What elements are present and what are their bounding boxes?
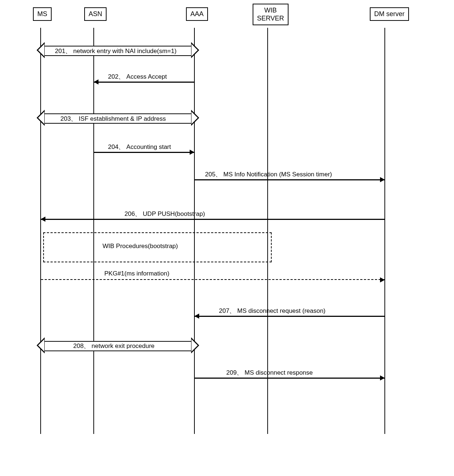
- msg-207-label: 207、 MS disconnect request (reason): [219, 307, 325, 315]
- lifeline-ms: [40, 28, 41, 434]
- msg-206-udp-push: [41, 219, 384, 220]
- sequence-diagram: MS ASN AAA WIBSERVER DM server 201、 netw…: [26, 7, 428, 439]
- lifeline-dm: [384, 28, 385, 434]
- msg-pkg1: [41, 279, 384, 280]
- lifeline-aaa: [194, 28, 195, 434]
- msg-209-label: 209、 MS disconnect response: [226, 368, 313, 377]
- msg-208-label: 208、 network exit procedure: [73, 342, 155, 350]
- msg-204-accounting-start: [94, 152, 194, 153]
- msg-203-label: 203、 ISF establishment & IP address: [60, 115, 166, 123]
- msg-206-label: 206、 UDP PUSH(bootstrap): [124, 210, 205, 218]
- msg-205-info-notification: [195, 179, 384, 180]
- actor-dm-server: DM server: [370, 7, 409, 21]
- actor-asn: ASN: [84, 7, 107, 21]
- actor-wib-server: WIBSERVER: [253, 4, 289, 25]
- pkg1-label: PKG#1(ms information): [104, 270, 170, 277]
- msg-201-label: 201、 network entry with NAI include(sm=1…: [55, 47, 176, 55]
- msg-204-label: 204、 Accounting start: [108, 143, 171, 151]
- lifeline-asn: [93, 28, 94, 434]
- msg-207-disconnect-request: [195, 316, 384, 317]
- actor-aaa: AAA: [186, 7, 208, 21]
- msg-205-label: 205、 MS Info Notification (MS Session ti…: [205, 170, 332, 179]
- msg-209-disconnect-response: [195, 378, 384, 379]
- actor-ms: MS: [33, 7, 52, 21]
- msg-202-label: 202、 Access Accept: [108, 72, 167, 81]
- msg-202-access-accept: [94, 82, 194, 83]
- wib-procedures-label: WIB Procedures(bootstrap): [103, 243, 178, 250]
